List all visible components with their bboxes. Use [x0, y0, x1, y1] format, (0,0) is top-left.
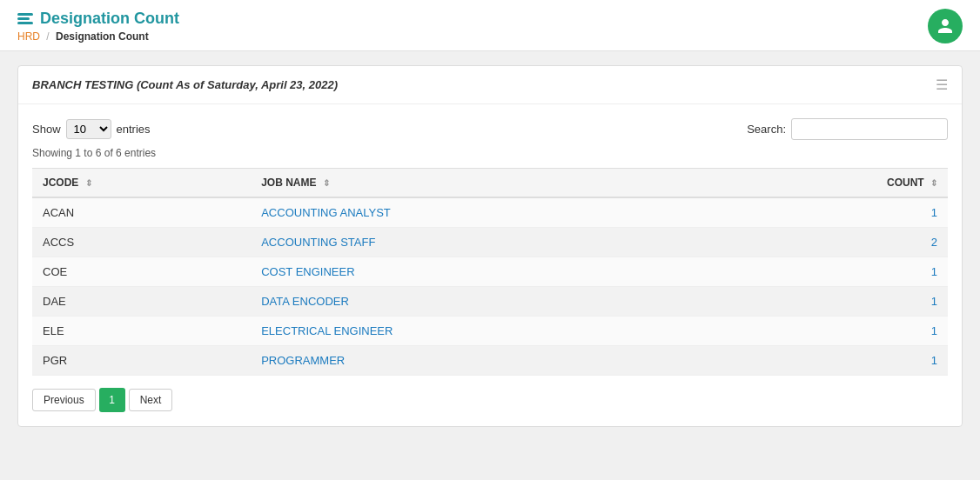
data-table: JCODE ⇕ JOB NAME ⇕ COUNT ⇕ ACANACCOUNTIN… [32, 168, 948, 376]
show-label: Show [32, 123, 61, 136]
cell-jobname: ACCOUNTING STAFF [251, 228, 726, 257]
cell-jobname: COST ENGINEER [251, 257, 726, 287]
cell-count: 1 [726, 257, 948, 287]
entries-select[interactable]: 10 25 50 100 [66, 119, 111, 139]
top-bar-left: Designation Count HRD / Designation Coun… [17, 10, 179, 43]
cell-jcode: ACCS [32, 228, 251, 257]
card-header-title: BRANCH TESTING (Count As of Saturday, Ap… [32, 78, 338, 91]
cell-jobname: PROGRAMMER [251, 346, 726, 376]
search-input[interactable] [791, 118, 948, 140]
table-controls: Show 10 25 50 100 entries Search: [32, 118, 948, 140]
breadcrumb-parent[interactable]: HRD [17, 30, 40, 43]
database-icon [17, 13, 33, 24]
cell-count: 1 [726, 287, 948, 317]
table-row: COECOST ENGINEER1 [32, 257, 948, 287]
sort-icon-jcode: ⇕ [85, 178, 92, 188]
table-header-row: JCODE ⇕ JOB NAME ⇕ COUNT ⇕ [32, 169, 948, 198]
cell-jcode: ELE [32, 317, 251, 346]
breadcrumb: HRD / Designation Count [17, 30, 179, 43]
col-jobname[interactable]: JOB NAME ⇕ [251, 169, 726, 198]
cell-count: 1 [726, 346, 948, 376]
cell-jcode: PGR [32, 346, 251, 376]
table-row: PGRPROGRAMMER1 [32, 346, 948, 376]
job-name-link[interactable]: COST ENGINEER [261, 265, 354, 278]
sort-icon-jobname: ⇕ [323, 178, 330, 188]
top-bar: Designation Count HRD / Designation Coun… [0, 0, 980, 51]
menu-lines-icon[interactable]: ☰ [936, 77, 948, 93]
entries-label: entries [117, 123, 151, 136]
avatar-button[interactable] [928, 9, 963, 43]
breadcrumb-current: Designation Count [56, 30, 149, 43]
job-name-link[interactable]: DATA ENCODER [261, 295, 349, 308]
job-name-link[interactable]: ACCOUNTING ANALYST [261, 206, 391, 219]
cell-jobname: DATA ENCODER [251, 287, 726, 317]
col-jcode[interactable]: JCODE ⇕ [32, 169, 251, 198]
cell-jcode: ACAN [32, 197, 251, 228]
cell-jobname: ACCOUNTING ANALYST [251, 197, 726, 228]
sort-icon-count: ⇕ [930, 178, 937, 188]
page-title: Designation Count [17, 10, 179, 28]
pagination: Previous 1 Next [32, 388, 948, 412]
main-content: BRANCH TESTING (Count As of Saturday, Ap… [0, 51, 980, 441]
search-label: Search: [747, 123, 786, 136]
user-icon [936, 17, 954, 35]
table-row: ELEELECTRICAL ENGINEER1 [32, 317, 948, 346]
next-button[interactable]: Next [129, 389, 173, 411]
cell-count: 2 [726, 228, 948, 257]
cell-jobname: ELECTRICAL ENGINEER [251, 317, 726, 346]
entries-info: Showing 1 to 6 of 6 entries [32, 147, 948, 159]
card-body: Show 10 25 50 100 entries Search: Showin… [18, 104, 962, 426]
table-row: ACANACCOUNTING ANALYST1 [32, 197, 948, 228]
breadcrumb-separator: / [46, 30, 49, 43]
cell-jcode: DAE [32, 287, 251, 317]
job-name-link[interactable]: ELECTRICAL ENGINEER [261, 324, 393, 337]
page-number-1[interactable]: 1 [99, 388, 125, 412]
card-header: BRANCH TESTING (Count As of Saturday, Ap… [18, 66, 962, 104]
card: BRANCH TESTING (Count As of Saturday, Ap… [17, 65, 963, 427]
table-row: ACCSACCOUNTING STAFF2 [32, 228, 948, 257]
previous-button[interactable]: Previous [32, 389, 96, 411]
cell-jcode: COE [32, 257, 251, 287]
cell-count: 1 [726, 317, 948, 346]
search-box: Search: [747, 118, 948, 140]
cell-count: 1 [726, 197, 948, 228]
show-entries: Show 10 25 50 100 entries [32, 119, 151, 139]
job-name-link[interactable]: ACCOUNTING STAFF [261, 236, 375, 249]
col-count[interactable]: COUNT ⇕ [726, 169, 948, 198]
page-title-text: Designation Count [40, 10, 179, 28]
table-row: DAEDATA ENCODER1 [32, 287, 948, 317]
job-name-link[interactable]: PROGRAMMER [261, 354, 345, 367]
